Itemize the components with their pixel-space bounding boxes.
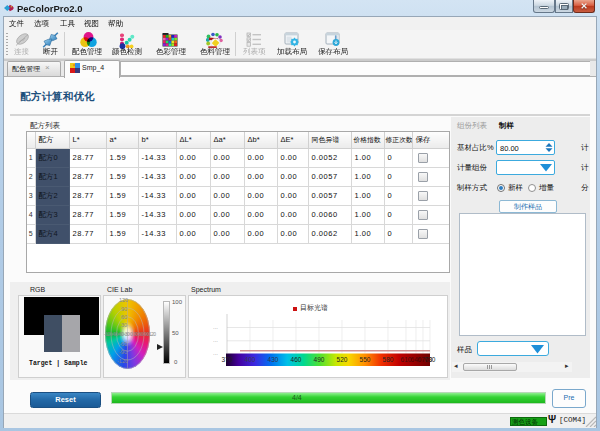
svg-text:490: 490	[314, 356, 325, 363]
svg-text:550: 550	[360, 356, 371, 363]
svg-text:460: 460	[291, 356, 302, 363]
svg-text:···: ···	[213, 325, 218, 331]
svg-text:730: 730	[425, 356, 436, 363]
svg-text:370: 370	[222, 356, 233, 363]
svg-text:400: 400	[245, 356, 256, 363]
svg-text:···: ···	[213, 351, 218, 357]
svg-text:520: 520	[337, 356, 348, 363]
svg-text:···: ···	[213, 338, 218, 344]
svg-text:430: 430	[268, 356, 279, 363]
svg-text:580: 580	[383, 356, 394, 363]
